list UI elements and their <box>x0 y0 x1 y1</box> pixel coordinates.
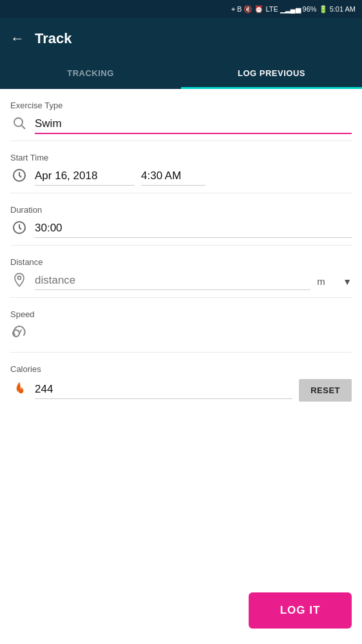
duration-input[interactable] <box>35 220 352 238</box>
header: ← Track <box>0 18 362 59</box>
duration-clock-icon <box>10 220 28 239</box>
distance-input[interactable] <box>35 273 310 290</box>
speedometer-icon <box>10 324 28 343</box>
start-time-section: Start Time <box>10 141 352 193</box>
lte-icon: LTE <box>265 5 278 13</box>
calories-input[interactable] <box>35 382 292 399</box>
alarm-icon: ⏰ <box>254 5 263 14</box>
search-icon <box>10 115 28 134</box>
tab-tracking[interactable]: TRACKING <box>0 59 181 89</box>
speed-label: Speed <box>10 309 352 319</box>
log-it-button[interactable]: LOG IT <box>249 592 352 629</box>
time-display: 5:01 AM <box>330 5 356 13</box>
form-content: Exercise Type Start Time <box>0 89 362 408</box>
start-date-input[interactable] <box>35 168 135 186</box>
bluetooth-icon: B <box>237 5 242 13</box>
start-time-input[interactable] <box>141 168 205 186</box>
distance-row: m km mi yd ▼ <box>10 272 352 291</box>
unit-select[interactable]: m km mi yd <box>317 276 341 287</box>
start-time-row <box>10 168 352 186</box>
calories-section: Calories RESET <box>10 353 352 408</box>
speed-section: Speed <box>10 298 352 353</box>
distance-label: Distance <box>10 257 352 267</box>
signal-icon: ▁▂▄▅ <box>280 5 301 14</box>
duration-section: Duration <box>10 193 352 246</box>
svg-point-0 <box>14 118 23 126</box>
mute-icon: 🔇 <box>243 5 252 14</box>
status-bar: ⌖ B 🔇 ⏰ LTE ▁▂▄▅ 96% 🔋 5:01 AM <box>0 0 362 18</box>
tab-log-previous[interactable]: LOG PREVIOUS <box>181 59 362 89</box>
svg-point-4 <box>18 277 21 280</box>
tabs-container: TRACKING LOG PREVIOUS <box>0 59 362 89</box>
dropdown-arrow-icon: ▼ <box>343 277 352 287</box>
battery-icon: 🔋 <box>319 5 328 14</box>
reset-button[interactable]: RESET <box>299 379 352 402</box>
exercise-type-row <box>10 115 352 134</box>
clock-icon <box>10 168 28 186</box>
distance-section: Distance m km mi yd ▼ <box>10 246 352 298</box>
flame-icon <box>10 381 28 400</box>
status-icons: ⌖ B 🔇 ⏰ LTE ▁▂▄▅ 96% 🔋 5:01 AM <box>231 5 356 14</box>
page-title: Track <box>35 30 72 47</box>
location-pin-icon <box>10 272 28 291</box>
unit-wrapper: m km mi yd ▼ <box>317 276 352 287</box>
duration-label: Duration <box>10 205 352 215</box>
exercise-type-label: Exercise Type <box>10 101 352 110</box>
bottom-bar: LOG IT <box>0 583 362 644</box>
start-time-label: Start Time <box>10 153 352 162</box>
back-button[interactable]: ← <box>10 30 24 47</box>
location-icon: ⌖ <box>231 5 235 14</box>
exercise-type-input[interactable] <box>35 116 352 134</box>
calories-row: RESET <box>10 379 352 402</box>
speed-row <box>10 324 352 346</box>
duration-row <box>10 220 352 239</box>
battery-percent: 96% <box>303 5 317 13</box>
svg-line-1 <box>22 126 26 130</box>
exercise-type-section: Exercise Type <box>10 89 352 141</box>
calories-label: Calories <box>10 364 352 374</box>
